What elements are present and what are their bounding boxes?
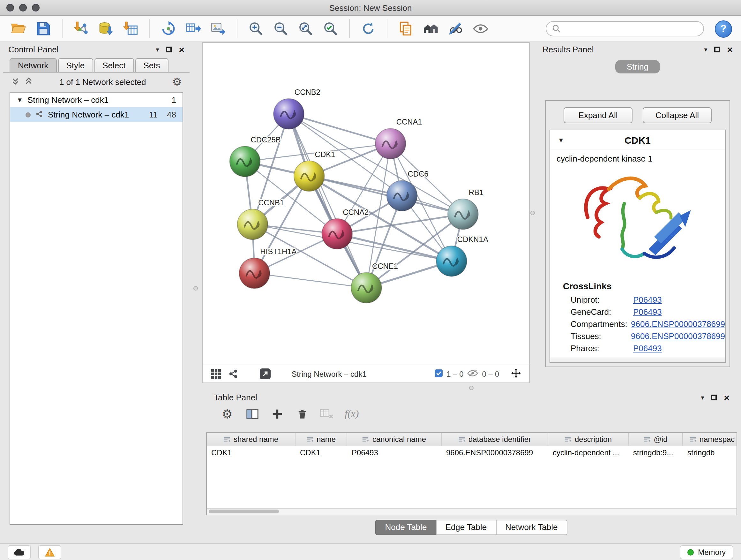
window-close-button[interactable]	[6, 4, 14, 11]
crosslink-link[interactable]: P06493	[633, 295, 662, 305]
column-header--id[interactable]: @id	[629, 433, 683, 446]
export-network-icon[interactable]	[259, 368, 271, 380]
horizontal-splitter-handle[interactable]	[469, 386, 474, 390]
panel-close-icon[interactable]: ×	[724, 393, 730, 402]
network-node-ccnb1[interactable]	[238, 209, 268, 240]
import-network-from-database-button[interactable]	[96, 19, 116, 38]
network-node-hist1h1a[interactable]	[239, 258, 270, 288]
network-node-cdk1[interactable]	[294, 161, 325, 191]
network-collection-row[interactable]: ▼ String Network – cdk1 1	[10, 92, 183, 107]
import-table-from-file-button[interactable]	[121, 19, 140, 38]
panel-close-icon[interactable]: ×	[179, 44, 185, 54]
network-node-ccnb2[interactable]	[273, 99, 304, 129]
collapse-all-tree-icon[interactable]	[24, 76, 33, 87]
scrollbar-thumb[interactable]	[209, 509, 279, 513]
expand-all-button[interactable]: Expand All	[563, 107, 632, 123]
network-edge[interactable]	[309, 176, 463, 214]
network-node-cdkn1a[interactable]	[436, 246, 467, 276]
delete-table-icon[interactable]	[320, 407, 334, 421]
column-header-description[interactable]: description	[548, 433, 629, 446]
table-row[interactable]: CDK1CDK1P064939606.ENSP00000378699cyclin…	[207, 446, 737, 458]
string-home-button[interactable]	[421, 19, 441, 38]
pan-crosshair-icon[interactable]	[511, 368, 522, 380]
network-row[interactable]: String Network – cdk1 11 48	[10, 107, 183, 122]
cloud-status-button[interactable]	[8, 545, 30, 559]
function-builder-icon[interactable]: f(x)	[345, 408, 359, 420]
panel-float-icon[interactable]	[711, 395, 717, 401]
add-column-icon[interactable]	[270, 407, 284, 421]
birds-eye-view-icon[interactable]	[211, 368, 221, 379]
network-node-ccna1[interactable]	[375, 128, 406, 159]
tab-string[interactable]: String	[615, 60, 660, 73]
column-header-namespac[interactable]: namespac	[683, 433, 737, 446]
tab-sets[interactable]: Sets	[135, 58, 168, 73]
show-graphics-button[interactable]	[471, 19, 490, 38]
search-input[interactable]	[565, 23, 697, 34]
selected-checkbox-icon[interactable]	[434, 369, 443, 379]
table-settings-gear-icon[interactable]: ⚙	[220, 407, 234, 421]
export-image-button[interactable]	[209, 19, 228, 38]
network-node-cdc25b[interactable]	[230, 146, 260, 177]
hidden-eye-icon[interactable]	[468, 369, 478, 379]
zoom-out-button[interactable]	[271, 19, 290, 38]
disclosure-triangle-icon[interactable]: ▼	[558, 137, 564, 144]
options-gear-icon[interactable]: ⚙	[172, 76, 182, 87]
zoom-selected-button[interactable]	[321, 19, 340, 38]
panel-menu-icon[interactable]: ▾	[156, 46, 159, 53]
delete-column-trash-icon[interactable]	[295, 407, 309, 421]
column-header-canonical-name[interactable]: canonical name	[347, 433, 442, 446]
panel-close-icon[interactable]: ×	[727, 44, 733, 54]
import-network-from-file-button[interactable]	[71, 19, 91, 38]
network-edge[interactable]	[289, 114, 391, 144]
vertical-splitter-handle[interactable]	[530, 211, 535, 215]
network-share-icon[interactable]	[228, 368, 239, 379]
show-columns-icon[interactable]	[245, 407, 259, 421]
collapse-all-button[interactable]: Collapse All	[643, 107, 712, 123]
vertical-splitter-handle[interactable]	[193, 286, 198, 291]
zoom-fit-button[interactable]	[296, 19, 315, 38]
network-node-ccne1[interactable]	[351, 273, 382, 303]
gene-section-header[interactable]: ▼ CDK1	[550, 130, 725, 149]
open-session-button[interactable]	[9, 19, 28, 38]
tab-style[interactable]: Style	[58, 58, 93, 73]
new-network-from-table-button[interactable]	[184, 19, 203, 38]
refresh-layout-button[interactable]	[359, 19, 378, 38]
column-header-name[interactable]: name	[295, 433, 347, 446]
new-network-button[interactable]	[159, 19, 178, 38]
panel-float-icon[interactable]	[166, 46, 172, 52]
window-zoom-button[interactable]	[32, 4, 40, 11]
expand-all-tree-icon[interactable]	[11, 76, 20, 87]
network-edge[interactable]	[289, 114, 366, 288]
tab-network[interactable]: Network	[10, 58, 57, 73]
hide-graphics-button[interactable]	[446, 19, 465, 38]
results-scrollbar[interactable]	[550, 358, 725, 362]
warnings-button[interactable]	[38, 545, 61, 559]
import-network-icon	[73, 20, 89, 37]
help-button[interactable]: ?	[715, 20, 732, 37]
tab-edge-table[interactable]: Edge Table	[436, 520, 496, 535]
tab-select[interactable]: Select	[94, 58, 134, 73]
network-node-rb1[interactable]	[448, 199, 478, 229]
network-node-ccna2[interactable]	[322, 219, 353, 249]
duplicate-document-button[interactable]	[396, 19, 415, 38]
panel-menu-icon[interactable]: ▾	[704, 46, 707, 53]
column-header-database-identifier[interactable]: database identifier	[442, 433, 548, 446]
network-edge[interactable]	[254, 273, 366, 288]
crosslink-link[interactable]: P06493	[633, 307, 662, 317]
network-canvas-svg[interactable]: CCNB2CCNA1CDC25BCDK1CDC6RB1CCNB1CCNA2CDK…	[203, 43, 529, 365]
crosslink-link[interactable]: 9606.ENSP00000378699	[631, 331, 725, 341]
crosslink-link[interactable]: P06493	[633, 344, 662, 353]
window-minimize-button[interactable]	[19, 4, 27, 11]
memory-button[interactable]: Memory	[679, 545, 733, 559]
tab-network-table[interactable]: Network Table	[495, 520, 567, 535]
panel-float-icon[interactable]	[714, 46, 720, 52]
crosslink-link[interactable]: 9606.ENSP00000378699	[631, 319, 725, 329]
column-header-shared-name[interactable]: shared name	[207, 433, 295, 446]
tab-node-table[interactable]: Node Table	[375, 520, 436, 535]
table-horizontal-scrollbar[interactable]	[207, 508, 737, 515]
save-session-button[interactable]	[34, 19, 53, 38]
zoom-in-button[interactable]	[246, 19, 266, 38]
disclosure-triangle-icon[interactable]: ▼	[17, 97, 23, 104]
panel-menu-icon[interactable]: ▾	[701, 394, 704, 401]
network-node-cdc6[interactable]	[387, 180, 417, 211]
